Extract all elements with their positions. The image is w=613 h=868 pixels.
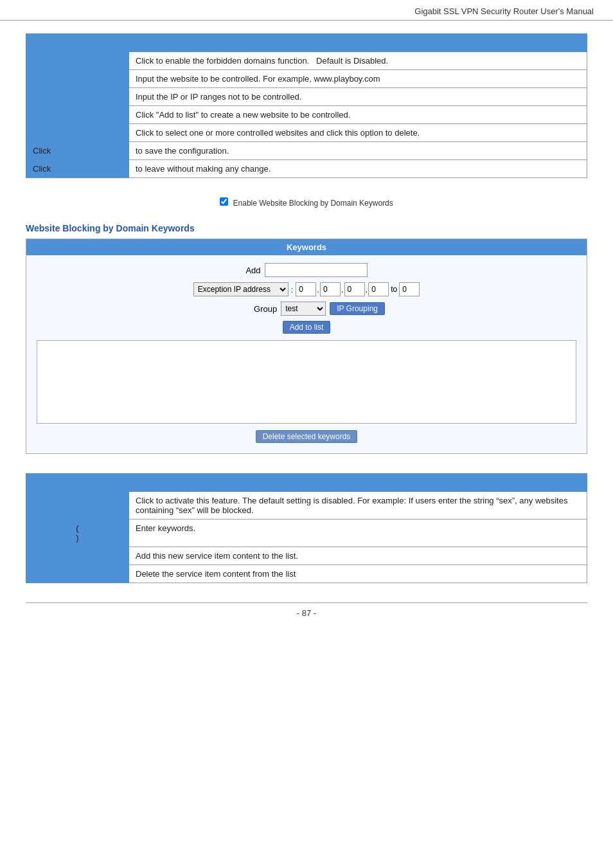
ip-to-label: to [391, 285, 397, 294]
add-to-list-row: Add to list [37, 321, 576, 334]
bot-label-1 [26, 492, 129, 520]
header-title: Gigabit SSL VPN Security Router User's M… [414, 6, 594, 16]
add-label: Add [245, 266, 260, 275]
top-info-table: Click to enable the forbidden domains fu… [26, 33, 587, 178]
bot-desc-header [129, 474, 587, 492]
bot-desc-4: Delete the service item content from the… [129, 565, 587, 583]
ip-dot-1: . [317, 285, 319, 294]
enable-checkbox[interactable] [220, 197, 228, 206]
ip-field-4[interactable] [368, 282, 389, 296]
group-label: Group [254, 304, 277, 314]
top-label-4 [26, 106, 129, 124]
top-label-2 [26, 70, 129, 88]
delete-keywords-button[interactable]: Delete selected keywords [256, 430, 358, 443]
top-desc-3: Input the IP or IP ranges not to be cont… [129, 88, 587, 106]
top-desc-6: to save the configuration. [129, 142, 587, 160]
enable-label: Enable Website Blocking by Domain Keywor… [233, 199, 393, 208]
ip-to-field[interactable] [399, 282, 420, 296]
exception-ip-row: Exception IP address : . . . to [37, 282, 576, 296]
enable-checkbox-line: Enable Website Blocking by Domain Keywor… [26, 197, 587, 208]
bot-label-3 [26, 547, 129, 565]
add-keyword-input[interactable] [265, 263, 368, 277]
bot-label-4 [26, 565, 129, 583]
top-desc-5: Click to select one or more controlled w… [129, 124, 587, 142]
ip-field-3[interactable] [344, 282, 365, 296]
delete-row: Delete selected keywords [37, 430, 576, 443]
top-desc-0 [129, 34, 587, 52]
bot-desc-2: Enter keywords. [129, 520, 587, 547]
top-label-5 [26, 124, 129, 142]
ip-colon: : [291, 285, 294, 294]
bottom-info-table: Click to activate this feature. The defa… [26, 473, 587, 583]
top-desc-7: to leave without making any change. [129, 160, 587, 178]
bot-label-0 [26, 474, 129, 492]
ip-dot-3: . [366, 285, 368, 294]
keywords-panel: Keywords Add Exception IP address : . . [26, 239, 587, 454]
top-label-6: Click [26, 142, 129, 160]
page-header: Gigabit SSL VPN Security Router User's M… [0, 0, 613, 21]
page-footer: - 87 - [26, 602, 587, 623]
bot-desc-3: Add this new service item content to the… [129, 547, 587, 565]
bot-label-2: ( ) [26, 520, 129, 547]
top-label-3 [26, 88, 129, 106]
page-number: - 87 - [297, 608, 316, 618]
keywords-panel-header: Keywords [26, 239, 587, 255]
add-row: Add [37, 263, 576, 277]
top-desc-1: Click to enable the forbidden domains fu… [129, 52, 587, 70]
ip-dot-2: . [341, 285, 344, 294]
top-label-7: Click [26, 160, 129, 178]
section-title: Website Blocking by Domain Keywords [26, 223, 587, 233]
top-desc-2: Input the website to be controlled. For … [129, 70, 587, 88]
group-select[interactable]: test [281, 302, 326, 316]
ip-field-1[interactable] [296, 282, 316, 296]
ip-field-2[interactable] [320, 282, 341, 296]
top-label-1 [26, 52, 129, 70]
add-to-list-button[interactable]: Add to list [283, 321, 331, 334]
group-row: Group test IP Grouping [37, 302, 576, 316]
top-desc-4: Click "Add to list" to create a new webs… [129, 106, 587, 124]
exception-ip-select[interactable]: Exception IP address [193, 282, 289, 296]
keywords-list-area [37, 340, 576, 424]
ip-grouping-button[interactable]: IP Grouping [330, 302, 385, 315]
bot-desc-1: Click to activate this feature. The defa… [129, 492, 587, 520]
top-label-0 [26, 34, 129, 52]
